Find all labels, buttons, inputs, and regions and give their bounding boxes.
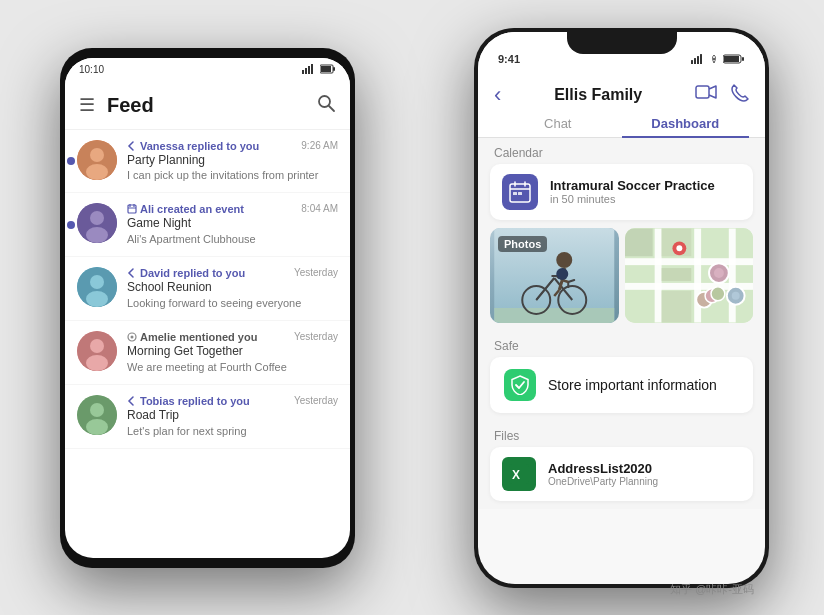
photos-label: Photos <box>498 236 547 252</box>
svg-point-73 <box>676 245 682 251</box>
feed-item[interactable]: David replied to you Yesterday School Re… <box>65 257 350 321</box>
feed-meta-text: David replied to you <box>140 267 245 279</box>
svg-point-11 <box>86 164 108 180</box>
svg-rect-33 <box>700 54 702 64</box>
iphone-tabs: Chat Dashboard <box>478 108 765 138</box>
feed-subtitle: Game Night <box>127 216 338 232</box>
feed-subtitle: Road Trip <box>127 408 338 424</box>
file-location: OneDrive\Party Planning <box>548 476 658 487</box>
svg-text:X: X <box>512 468 520 482</box>
feed-time: Yesterday <box>294 267 338 278</box>
iphone-screen: 9:41 ‹ Ellis Family <box>478 32 765 584</box>
svg-rect-43 <box>513 192 517 195</box>
safe-text: Store important information <box>548 377 717 393</box>
svg-rect-2 <box>308 66 310 74</box>
map-background <box>625 228 754 323</box>
unread-dot <box>67 157 75 165</box>
feed-meta-text: Tobias replied to you <box>140 395 250 407</box>
feed-item[interactable]: Ali created an event 8:04 AM Game Night … <box>65 193 350 257</box>
feed-content: Tobias replied to you Yesterday Road Tri… <box>127 395 338 438</box>
feed-meta-text: Amelie mentioned you <box>140 331 257 343</box>
svg-point-34 <box>713 58 715 60</box>
android-signal-icon <box>302 64 316 76</box>
group-title: Ellis Family <box>554 86 642 104</box>
tab-dashboard[interactable]: Dashboard <box>622 108 750 137</box>
excel-file-icon: X <box>502 457 536 491</box>
feed-item[interactable]: Tobias replied to you Yesterday Road Tri… <box>65 385 350 449</box>
calendar-icon <box>502 174 538 210</box>
svg-point-29 <box>86 419 108 435</box>
iphone-notch-area: 9:41 <box>478 32 765 76</box>
feed-list: Vanessa replied to you 9:26 AM Party Pla… <box>65 130 350 449</box>
feed-meta: Ali created an event <box>127 203 244 215</box>
feed-time: Yesterday <box>294 331 338 342</box>
svg-point-23 <box>90 339 104 353</box>
android-time: 10:10 <box>79 64 104 75</box>
avatar <box>77 267 117 307</box>
android-header: ☰ Feed <box>65 82 350 130</box>
svg-point-20 <box>90 275 104 289</box>
phone-android: 10:10 ☰ Feed <box>60 48 355 568</box>
photos-card[interactable]: Photos <box>490 228 619 323</box>
feed-body: I can pick up the invitations from print… <box>127 168 338 182</box>
svg-line-8 <box>329 106 334 111</box>
svg-rect-30 <box>691 60 693 64</box>
feed-meta-text: Vanessa replied to you <box>140 140 259 152</box>
feed-meta: Amelie mentioned you <box>127 331 257 343</box>
svg-point-75 <box>713 268 723 278</box>
svg-rect-1 <box>305 68 307 74</box>
safe-card[interactable]: Store important information <box>490 357 753 413</box>
map-card[interactable] <box>625 228 754 323</box>
files-card[interactable]: X AddressList2020 OneDrive\Party Plannin… <box>490 447 753 501</box>
svg-point-24 <box>86 355 108 371</box>
svg-point-80 <box>710 286 724 300</box>
svg-point-55 <box>556 252 572 268</box>
feed-content: Vanessa replied to you 9:26 AM Party Pla… <box>127 140 338 183</box>
feed-content: Ali created an event 8:04 AM Game Night … <box>127 203 338 246</box>
phone-iphone: 9:41 ‹ Ellis Family <box>474 28 769 588</box>
svg-rect-32 <box>697 56 699 64</box>
feed-meta: Vanessa replied to you <box>127 140 259 152</box>
file-info: AddressList2020 OneDrive\Party Planning <box>548 461 658 487</box>
calendar-card[interactable]: Intramural Soccer Practice in 50 minutes <box>490 164 753 220</box>
back-icon[interactable]: ‹ <box>494 82 501 108</box>
tab-chat[interactable]: Chat <box>494 108 622 137</box>
feed-body: Looking forward to seeing everyone <box>127 296 338 310</box>
tab-dashboard-label: Dashboard <box>651 116 719 131</box>
svg-rect-67 <box>728 228 735 322</box>
video-call-icon[interactable] <box>695 84 717 106</box>
svg-rect-5 <box>321 66 331 72</box>
svg-point-7 <box>319 96 330 107</box>
phone-call-icon[interactable] <box>731 84 749 106</box>
svg-point-13 <box>90 211 104 225</box>
hamburger-icon[interactable]: ☰ <box>79 94 95 116</box>
svg-rect-0 <box>302 70 304 74</box>
svg-point-14 <box>86 227 108 243</box>
avatar <box>77 203 117 243</box>
feed-content: Amelie mentioned you Yesterday Morning G… <box>127 331 338 374</box>
scene: 10:10 ☰ Feed <box>0 0 824 615</box>
calendar-event-title: Intramural Soccer Practice <box>550 178 715 193</box>
feed-item[interactable]: Amelie mentioned you Yesterday Morning G… <box>65 321 350 385</box>
android-status-bar: 10:10 <box>65 58 350 82</box>
feed-subtitle: Party Planning <box>127 153 338 169</box>
unread-dot <box>67 221 75 229</box>
feed-body: Let's plan for next spring <box>127 424 338 438</box>
files-section-label: Files <box>478 421 765 447</box>
svg-rect-44 <box>518 192 522 195</box>
svg-rect-15 <box>128 205 136 213</box>
feed-subtitle: School Reunion <box>127 280 338 296</box>
calendar-section-label: Calendar <box>478 138 765 164</box>
iphone-status-right <box>691 54 745 64</box>
svg-rect-71 <box>625 228 653 256</box>
feed-time: 8:04 AM <box>301 203 338 214</box>
dashboard-content: Calendar Intramural Soccer Pra <box>478 138 765 509</box>
svg-rect-3 <box>311 64 313 74</box>
feed-time: Yesterday <box>294 395 338 406</box>
feed-item[interactable]: Vanessa replied to you 9:26 AM Party Pla… <box>65 130 350 194</box>
svg-rect-36 <box>724 56 739 62</box>
svg-point-21 <box>86 291 108 307</box>
feed-meta: David replied to you <box>127 267 245 279</box>
feed-time: 9:26 AM <box>301 140 338 151</box>
search-icon[interactable] <box>316 93 336 118</box>
